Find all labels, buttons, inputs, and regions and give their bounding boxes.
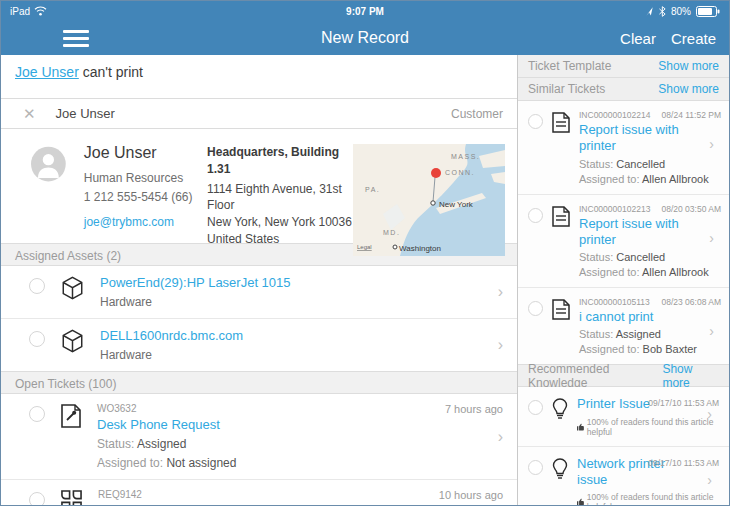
- lightbulb-icon: [552, 458, 568, 480]
- service-request-icon: [61, 490, 82, 505]
- knowledge-2-radio[interactable]: [528, 460, 543, 475]
- knowledge-2-chevron-icon[interactable]: ›: [707, 472, 712, 488]
- create-button[interactable]: Create: [671, 30, 716, 47]
- carrier-label: iPad: [10, 6, 30, 17]
- map-legal-link[interactable]: Legal: [357, 244, 372, 250]
- asset-1-radio[interactable]: [29, 278, 45, 294]
- ticket-template-show-more[interactable]: Show more: [658, 59, 719, 73]
- knowledge-1-chevron-icon[interactable]: ›: [707, 406, 712, 422]
- ticket-template-label: Ticket Template: [528, 59, 611, 73]
- address-title: Headquarters, Building 1.31: [207, 144, 353, 178]
- similar-2-title[interactable]: Report issue with printer: [579, 216, 695, 249]
- main-panel: Joe Unser can't print ✕ Joe Unser Custom…: [1, 55, 518, 505]
- knowledge-2-date: 09/17/10 11:53 AM: [648, 458, 719, 468]
- map-label-md: MD.: [383, 229, 400, 236]
- address-line-2: Floor: [207, 197, 353, 214]
- similar-ticket-2[interactable]: INC000000102213 08/20 03:50 AM Report is…: [518, 195, 729, 289]
- status-label: Status:: [97, 437, 137, 451]
- asset-1-title[interactable]: PowerEnd(29):HP LaserJet 1015: [100, 275, 291, 290]
- location-map[interactable]: MASS. CONN. PA. MD. New York Washington …: [353, 144, 505, 256]
- ticket-row-2[interactable]: REQ9142 Can't connect VPN Status: Planni…: [1, 479, 517, 505]
- asset-cube-icon: [61, 276, 84, 300]
- ticket-1-chevron-icon[interactable]: ›: [498, 428, 503, 446]
- knowledge-label: Recommended Knowledge: [528, 362, 662, 390]
- similar-2-chevron-icon[interactable]: ›: [709, 230, 714, 246]
- similar-1-status: Cancelled: [616, 158, 665, 170]
- asset-2-radio[interactable]: [29, 331, 45, 347]
- customer-chip-name: Joe Unser: [56, 106, 115, 121]
- customer-card: Joe Unser Human Resources 1 212 555-5454…: [1, 129, 517, 243]
- thumbs-up-icon: [577, 423, 584, 431]
- knowledge-header: Recommended Knowledge Show more: [518, 364, 729, 387]
- similar-3-radio[interactable]: [528, 301, 543, 316]
- customer-email-link[interactable]: joe@trybmc.com: [84, 215, 174, 229]
- ticket-1-assignee: Not assigned: [166, 456, 236, 470]
- customer-name-link[interactable]: Joe Unser: [15, 64, 79, 80]
- similar-2-status: Cancelled: [616, 251, 665, 263]
- incident-doc-icon: [552, 206, 570, 227]
- bluetooth-icon: [659, 6, 666, 17]
- ticket-1-radio[interactable]: [29, 406, 45, 422]
- similar-3-title[interactable]: i cannot print: [579, 309, 695, 325]
- similar-2-radio[interactable]: [528, 208, 543, 223]
- assigned-label: Assigned to:: [97, 456, 166, 470]
- incident-doc-icon: [552, 299, 570, 320]
- customer-full-name: Joe Unser: [84, 144, 207, 162]
- knowledge-1-helpful: 100% of readers found this article helpf…: [587, 417, 719, 437]
- work-order-icon: [61, 404, 81, 428]
- asset-2-title[interactable]: DELL1600nrdc.bmc.com: [100, 328, 243, 343]
- description-field[interactable]: Joe Unser can't print: [1, 55, 517, 99]
- status-label: Status:: [579, 251, 616, 263]
- asset-row-2[interactable]: DELL1600nrdc.bmc.com Hardware ›: [1, 318, 517, 371]
- knowledge-2-helpful: 100% of readers found this article helpf…: [587, 492, 719, 505]
- battery-icon: [696, 6, 720, 17]
- similar-2-assignee: Allen Allbrook: [642, 266, 709, 278]
- status-label: Status:: [579, 328, 616, 340]
- similar-1-id: INC000000102214: [579, 110, 650, 120]
- address-line-4: United States: [207, 231, 353, 248]
- ticket-1-status: Assigned: [137, 437, 186, 451]
- knowledge-show-more[interactable]: Show more: [662, 362, 719, 390]
- app-frame: iPad 9:07 PM 80% New Record Clear Create…: [0, 0, 730, 506]
- similar-1-chevron-icon[interactable]: ›: [709, 136, 714, 152]
- location-arrow-icon: [645, 7, 654, 16]
- ticket-row-1[interactable]: WO3632 Desk Phone Request Status: Assign…: [1, 394, 517, 479]
- ticket-2-title[interactable]: Can't connect VPN: [98, 503, 227, 505]
- map-city-washington: Washington: [399, 244, 441, 253]
- clear-button[interactable]: Clear: [620, 30, 656, 47]
- assigned-label: Assigned to:: [579, 266, 642, 278]
- similar-1-date: 08/24 11:52 PM: [662, 110, 721, 120]
- wifi-icon: [34, 6, 47, 16]
- ticket-1-id: WO3632: [97, 403, 236, 414]
- knowledge-1-radio[interactable]: [528, 400, 543, 415]
- ticket-template-header: Ticket Template Show more: [518, 55, 729, 78]
- status-label: Status:: [579, 158, 616, 170]
- asset-2-chevron-icon[interactable]: ›: [498, 336, 503, 354]
- ticket-2-radio[interactable]: [29, 492, 45, 505]
- similar-ticket-3[interactable]: INC000000105113 08/23 06:08 AM i cannot …: [518, 288, 729, 364]
- similar-tickets-label: Similar Tickets: [528, 82, 605, 96]
- asset-1-type: Hardware: [100, 295, 291, 309]
- assigned-label: Assigned to:: [579, 343, 643, 355]
- assigned-label: Assigned to:: [579, 173, 642, 185]
- asset-row-1[interactable]: PowerEnd(29):HP LaserJet 1015 Hardware ›: [1, 266, 517, 318]
- similar-2-date: 08/20 03:50 AM: [661, 204, 721, 214]
- similar-tickets-show-more[interactable]: Show more: [658, 82, 719, 96]
- asset-1-chevron-icon[interactable]: ›: [498, 283, 503, 301]
- incident-doc-icon: [552, 112, 570, 133]
- similar-1-title[interactable]: Report issue with printer: [579, 122, 695, 155]
- remove-customer-icon[interactable]: ✕: [23, 105, 36, 123]
- similar-3-chevron-icon[interactable]: ›: [709, 323, 714, 339]
- menu-icon[interactable]: [63, 26, 89, 51]
- similar-1-radio[interactable]: [528, 114, 543, 129]
- open-tickets-section-header: Open Tickets (100): [1, 371, 517, 394]
- right-rail: Ticket Template Show more Similar Ticket…: [518, 55, 729, 505]
- similar-3-date: 08/23 06:08 AM: [661, 297, 721, 307]
- knowledge-item-1[interactable]: Printer Issue 09/17/10 11:53 AM 100% of …: [518, 387, 729, 446]
- nav-bar: New Record Clear Create: [1, 21, 729, 55]
- status-bar: iPad 9:07 PM 80%: [1, 1, 729, 21]
- asset-cube-icon: [61, 329, 84, 353]
- knowledge-item-2[interactable]: Network printer issue 09/17/10 11:53 AM …: [518, 447, 729, 506]
- similar-ticket-1[interactable]: INC000000102214 08/24 11:52 PM Report is…: [518, 101, 729, 195]
- ticket-1-title[interactable]: Desk Phone Request: [97, 417, 236, 432]
